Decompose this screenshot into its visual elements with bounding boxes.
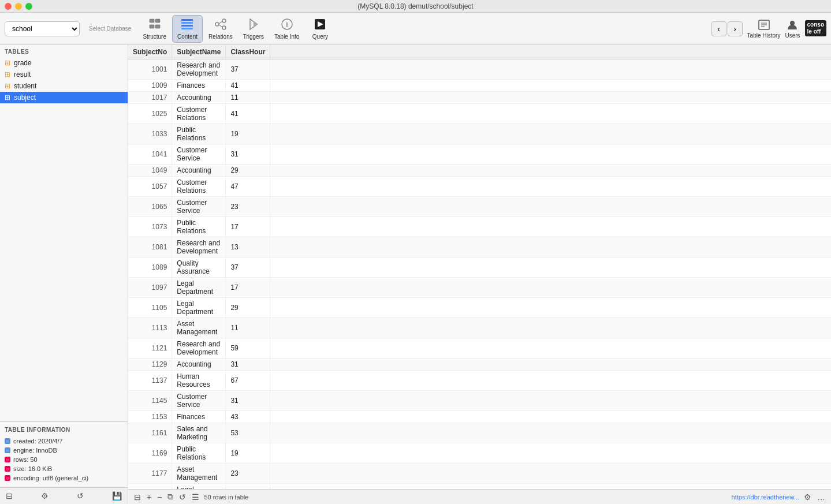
sidebar-item-grade[interactable]: ⊞ grade xyxy=(0,57,128,69)
info-created-dot: ○ xyxy=(5,438,10,444)
svg-rect-7 xyxy=(181,28,193,29)
sidebar-item-student[interactable]: ⊞ student xyxy=(0,80,128,92)
svg-rect-5 xyxy=(181,22,193,24)
db-select[interactable]: school xyxy=(5,21,80,36)
cell-r16-c0: 1129 xyxy=(128,359,172,371)
cell-r4-c0: 1033 xyxy=(128,124,172,144)
cell-r11-c2: 37 xyxy=(226,257,270,278)
content-button[interactable]: Content xyxy=(172,15,203,43)
users-button[interactable]: Users xyxy=(785,18,800,39)
table-row: 1073Public Relations17 xyxy=(128,217,831,237)
cell-r1-c0: 1009 xyxy=(128,80,172,92)
nav-back-button[interactable]: ‹ xyxy=(711,21,726,36)
table-info-header: TABLE INFORMATION xyxy=(5,427,123,433)
cell-r4-c1: Public Relations xyxy=(172,124,226,144)
refresh-btn[interactable]: ↺ xyxy=(178,491,187,503)
cell-r20-c1: Sales and Marketing xyxy=(172,423,226,443)
cell-r20-c2: 53 xyxy=(226,423,270,443)
cell-r19-c0: 1153 xyxy=(128,411,172,423)
cell-r6-c1: Accounting xyxy=(172,165,226,177)
svg-line-12 xyxy=(219,25,222,27)
table-row: 1137Human Resources67 xyxy=(128,371,831,391)
table-row: 1033Public Relations19 xyxy=(128,124,831,144)
console-button[interactable]: console off Console xyxy=(805,20,826,38)
table-row: 1017Accounting11 xyxy=(128,92,831,104)
add-row-btn[interactable]: + xyxy=(146,491,152,503)
info-rows-dot: ○ xyxy=(5,457,10,462)
query-icon xyxy=(314,18,326,32)
sidebar-save-btn[interactable]: 💾 xyxy=(110,490,124,502)
cell-r11-extra xyxy=(270,257,831,278)
table-wrap[interactable]: SubjectNo SubjectName ClassHour 1001Rese… xyxy=(128,45,831,489)
maximize-button[interactable] xyxy=(25,3,32,10)
cell-r13-c1: Legal Department xyxy=(172,298,226,318)
duplicate-row-btn[interactable]: ⧉ xyxy=(166,491,174,503)
table-history-button[interactable]: Table History xyxy=(747,18,781,39)
status-settings-btn[interactable]: ⚙ xyxy=(803,491,813,503)
table-row: 1145Customer Service31 xyxy=(128,391,831,411)
table-row: 1049Accounting29 xyxy=(128,165,831,177)
close-button[interactable] xyxy=(5,3,12,10)
table-row: 1057Customer Relations47 xyxy=(128,177,831,197)
content-label: Content xyxy=(177,33,197,40)
svg-rect-6 xyxy=(181,25,193,27)
content-icon xyxy=(181,18,193,32)
cell-r3-c2: 41 xyxy=(226,104,270,124)
cell-r7-extra xyxy=(270,177,831,197)
cell-r16-c2: 31 xyxy=(226,359,270,371)
svg-point-10 xyxy=(222,26,226,29)
student-table-icon: ⊞ xyxy=(5,82,10,90)
info-engine-label: engine: InnoDB xyxy=(13,447,57,454)
tables-section: TABLES ⊞ grade ⊞ result ⊞ student ⊞ subj… xyxy=(0,45,128,421)
cell-r10-c1: Research and Development xyxy=(172,237,226,257)
info-size-dot: ○ xyxy=(5,466,10,472)
cell-r0-c2: 37 xyxy=(226,59,270,80)
cell-r21-extra xyxy=(270,443,831,464)
remove-row-btn[interactable]: − xyxy=(156,491,163,503)
table-row: 1041Customer Service31 xyxy=(128,144,831,165)
query-button[interactable]: Query xyxy=(305,15,335,43)
cell-r17-c0: 1137 xyxy=(128,371,172,391)
right-tools: ‹ › Table History Users console off Cons… xyxy=(711,18,826,39)
triggers-label: Triggers xyxy=(243,33,264,40)
relations-button[interactable]: Relations xyxy=(204,15,237,43)
status-right: https://dbr.readthenew... ⚙ … xyxy=(732,491,826,503)
minimize-button[interactable] xyxy=(15,3,22,10)
filter-btn[interactable]: ☰ xyxy=(191,491,200,503)
cell-r1-c1: Finances xyxy=(172,80,226,92)
cell-r12-c0: 1097 xyxy=(128,278,172,298)
status-extra-btn[interactable]: … xyxy=(816,491,826,503)
cell-r11-c1: Quality Assurance xyxy=(172,257,226,278)
cell-r17-c1: Human Resources xyxy=(172,371,226,391)
cols-toggle-btn[interactable]: ⊟ xyxy=(133,491,142,503)
cell-r8-extra xyxy=(270,197,831,217)
info-rows: ○ rows: 50 xyxy=(5,455,123,464)
sidebar-cols-btn[interactable]: ⊟ xyxy=(3,490,15,502)
sidebar-refresh-btn[interactable]: ↺ xyxy=(74,490,86,502)
cell-r20-c0: 1161 xyxy=(128,423,172,443)
cell-r8-c0: 1065 xyxy=(128,197,172,217)
cell-r19-c1: Finances xyxy=(172,411,226,423)
result-table-label: result xyxy=(14,70,31,79)
nav-forward-button[interactable]: › xyxy=(728,21,743,36)
tableinfo-button[interactable]: i Table Info xyxy=(270,15,304,43)
student-table-label: student xyxy=(14,82,36,90)
triggers-button[interactable]: Triggers xyxy=(239,15,269,43)
subject-table-label: subject xyxy=(14,94,36,102)
cell-r22-c0: 1177 xyxy=(128,464,172,484)
cell-r5-c2: 31 xyxy=(226,144,270,165)
sidebar-gear-btn[interactable]: ⚙ xyxy=(39,490,51,502)
sidebar-item-subject[interactable]: ⊞ subject xyxy=(0,92,128,103)
cell-r2-c2: 11 xyxy=(226,92,270,104)
table-row: 1113Asset Management11 xyxy=(128,318,831,338)
sidebar-item-result[interactable]: ⊞ result xyxy=(0,69,128,80)
cell-r10-c0: 1081 xyxy=(128,237,172,257)
cell-r18-c1: Customer Service xyxy=(172,391,226,411)
grade-table-icon: ⊞ xyxy=(5,59,10,67)
cell-r5-extra xyxy=(270,144,831,165)
cell-r10-extra xyxy=(270,237,831,257)
users-label: Users xyxy=(785,32,800,39)
cell-r18-c2: 31 xyxy=(226,391,270,411)
cell-r14-extra xyxy=(270,318,831,338)
structure-button[interactable]: Structure xyxy=(138,15,171,43)
